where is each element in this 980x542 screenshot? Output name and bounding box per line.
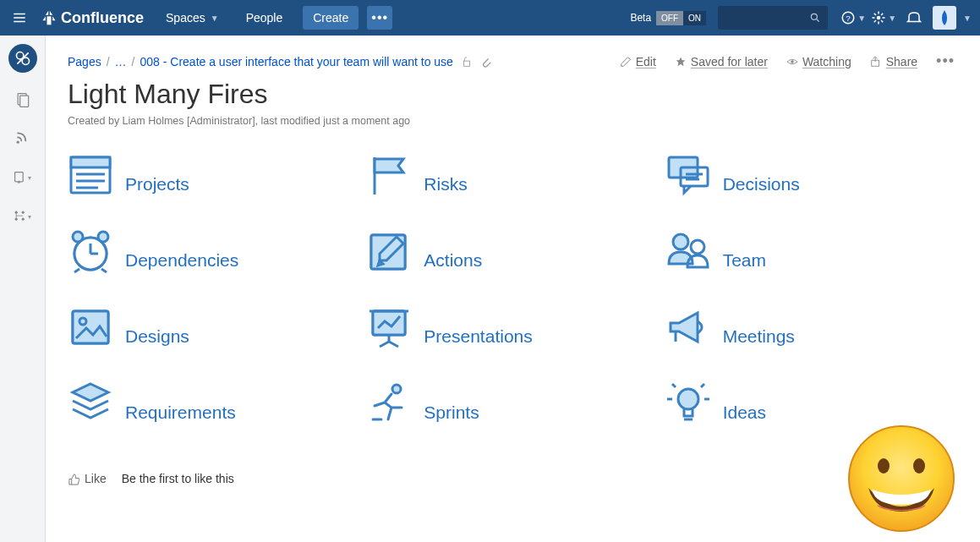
image-icon: [68, 304, 113, 350]
profile-chevron-icon[interactable]: ▼: [963, 14, 972, 23]
tiles-grid: Projects Risks Decisions Dependencies Ac…: [68, 152, 947, 426]
page-title: Light Many Fires: [68, 79, 955, 110]
svg-point-25: [22, 211, 25, 214]
share-button[interactable]: Share: [870, 55, 917, 68]
tile-projects[interactable]: Projects: [68, 152, 349, 198]
svg-point-61: [691, 240, 704, 254]
svg-line-82: [701, 384, 704, 387]
team-icon: [665, 228, 711, 274]
svg-line-55: [101, 269, 107, 272]
tile-label: Meetings: [723, 326, 795, 350]
svg-line-72: [389, 342, 398, 347]
page-more-button[interactable]: •••: [936, 52, 955, 70]
top-header: Confluence Spaces▼ People Create ••• Bet…: [0, 0, 980, 36]
tile-presentations[interactable]: Presentations: [366, 304, 648, 350]
edit-button[interactable]: Edit: [620, 55, 656, 68]
svg-point-84: [878, 458, 890, 474]
svg-line-13: [874, 14, 876, 15]
tile-risks[interactable]: Risks: [366, 152, 648, 198]
nav-spaces[interactable]: Spaces▼: [154, 0, 231, 36]
svg-line-14: [881, 20, 883, 22]
sidebar-shortcuts-icon[interactable]: ▾: [11, 166, 35, 189]
tile-label: Ideas: [723, 402, 766, 426]
tile-label: Projects: [125, 174, 189, 198]
tile-requirements[interactable]: Requirements: [68, 380, 349, 426]
create-button[interactable]: Create: [303, 6, 359, 30]
tile-label: Dependencies: [125, 250, 238, 274]
brand-text: Confluence: [61, 9, 144, 27]
edit-page-icon: [366, 228, 412, 274]
app-switcher-icon[interactable]: [8, 7, 30, 29]
svg-text:?: ?: [846, 14, 851, 23]
svg-line-81: [672, 384, 676, 387]
flag-icon: [366, 152, 412, 198]
megaphone-icon: [665, 304, 711, 350]
svg-point-27: [22, 218, 25, 221]
tile-designs[interactable]: Designs: [68, 304, 349, 350]
left-sidebar: ▾ ▾: [0, 36, 46, 542]
page-meta: Created by Liam Holmes [Administrator], …: [68, 115, 955, 127]
help-icon[interactable]: ?▼: [840, 4, 867, 31]
svg-rect-3: [47, 16, 52, 25]
like-status: Be the first to like this: [122, 472, 234, 485]
tile-label: Team: [723, 250, 766, 274]
tile-label: Requirements: [125, 402, 236, 426]
presentation-icon: [366, 304, 412, 350]
watching-button[interactable]: Watching: [786, 55, 851, 68]
breadcrumb: Pages / … / 008 - Create a user interfac…: [68, 55, 492, 68]
notifications-icon[interactable]: [901, 4, 928, 31]
tile-actions[interactable]: Actions: [366, 228, 648, 274]
main-content: Pages / … / 008 - Create a user interfac…: [46, 36, 980, 542]
sidebar-tree-icon[interactable]: ▾: [11, 205, 35, 228]
svg-line-16: [881, 14, 883, 15]
svg-rect-34: [71, 157, 110, 167]
brand-logo[interactable]: Confluence: [41, 9, 144, 27]
beta-label: Beta: [630, 12, 651, 24]
more-button[interactable]: •••: [367, 6, 392, 30]
breadcrumb-leaf[interactable]: 008 - Create a user interface that your …: [140, 55, 452, 68]
tile-label: Sprints: [424, 402, 479, 426]
tile-label: Risks: [424, 174, 467, 198]
like-button[interactable]: Like: [68, 472, 107, 485]
sidebar-pages-icon[interactable]: [11, 88, 35, 112]
profile-icon[interactable]: [933, 6, 956, 30]
tile-label: Actions: [424, 250, 482, 274]
tile-sprints[interactable]: Sprints: [366, 380, 648, 426]
beta-toggle: Beta OFF ON: [630, 11, 706, 25]
sidebar-blog-icon[interactable]: [11, 127, 35, 151]
svg-rect-63: [73, 311, 108, 343]
svg-point-8: [877, 16, 881, 20]
beta-off-button[interactable]: OFF: [656, 11, 683, 25]
layers-icon: [68, 380, 113, 426]
tile-decisions[interactable]: Decisions: [665, 152, 947, 198]
svg-line-71: [380, 342, 389, 347]
breadcrumb-ellipsis[interactable]: …: [115, 55, 127, 68]
lightbulb-icon: [665, 380, 711, 426]
smiley-emoji: [846, 424, 956, 534]
svg-rect-21: [19, 96, 28, 107]
saved-for-later-button[interactable]: Saved for later: [675, 55, 768, 68]
breadcrumb-root[interactable]: Pages: [68, 55, 101, 68]
runner-icon: [366, 380, 412, 426]
tile-team[interactable]: Team: [665, 228, 947, 274]
tile-label: Designs: [125, 326, 189, 350]
clock-icon: [68, 228, 113, 274]
unlock-icon: [461, 56, 473, 68]
breadcrumb-row: Pages / … / 008 - Create a user interfac…: [68, 52, 955, 70]
nav-people[interactable]: People: [234, 0, 295, 36]
svg-point-85: [913, 458, 925, 474]
svg-line-15: [874, 20, 876, 22]
beta-on-button[interactable]: ON: [683, 11, 706, 25]
tile-meetings[interactable]: Meetings: [665, 304, 947, 350]
svg-point-22: [16, 141, 19, 144]
space-avatar[interactable]: [8, 44, 37, 73]
search-icon: [809, 12, 821, 24]
settings-icon[interactable]: ▼: [870, 4, 897, 31]
chevron-down-icon: ▼: [211, 14, 219, 23]
attachment-icon[interactable]: [480, 56, 492, 68]
tile-dependencies[interactable]: Dependencies: [68, 228, 349, 274]
like-row: Like Be the first to like this: [68, 472, 955, 485]
tile-ideas[interactable]: Ideas: [665, 380, 947, 426]
search-input[interactable]: [718, 6, 828, 30]
svg-point-83: [849, 426, 954, 531]
